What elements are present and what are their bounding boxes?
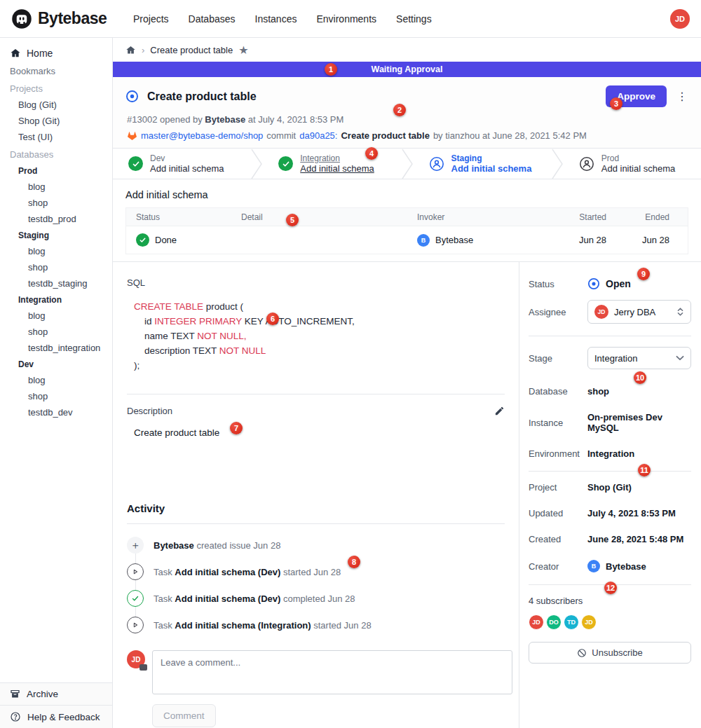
assignee-value: Jerry DBA [614, 307, 671, 317]
sidebar-env-staging: Staging [0, 227, 112, 243]
sidebar-item-bookmarks[interactable]: Bookmarks [0, 63, 112, 79]
sidebar-item-archive[interactable]: Archive [0, 682, 112, 705]
sidebar-project-test[interactable]: Test (UI) [0, 129, 112, 145]
sidebar-db-dev-shop[interactable]: shop [0, 388, 112, 404]
nav-environments[interactable]: Environments [316, 13, 376, 25]
stage-dev[interactable]: Dev Add initial schema [113, 149, 250, 179]
unsubscribe-button[interactable]: Unsubscribe [529, 642, 691, 664]
stage-chevron-icon [250, 149, 263, 179]
stage-staging[interactable]: Staging Add initial schema [414, 149, 551, 179]
chevron-down-icon [676, 355, 684, 361]
task-table-row[interactable]: Done B Bytebase Jun 28 Jun 28 [126, 226, 688, 254]
creator-avatar: B [587, 560, 600, 572]
sidebar-db-prod-testdb[interactable]: testdb_prod [0, 211, 112, 227]
breadcrumb-home-icon[interactable] [125, 45, 136, 55]
assignee-select[interactable]: JD Jerry DBA [587, 300, 691, 324]
subscriber-avatar[interactable]: DO [546, 614, 562, 630]
project-value[interactable]: Shop (Git) [587, 482, 632, 493]
annotation-badge-12: 12 [604, 582, 617, 594]
stage-select[interactable]: Integration [587, 347, 691, 369]
activity-feed: ＋ Bytebase created issue Jun 28 Task Add… [127, 537, 505, 643]
stage-pending-icon [579, 156, 594, 172]
edit-description-icon[interactable] [494, 406, 505, 416]
sidebar-header-databases: Databases [0, 145, 112, 163]
task-heading: Add initial schema [125, 189, 688, 200]
sidebar-db-dev-blog[interactable]: blog [0, 372, 112, 388]
main-area: › Create product table ★ Waiting Approva… [113, 38, 701, 728]
task-started-icon [127, 617, 144, 633]
sidebar-db-prod-blog[interactable]: blog [0, 179, 112, 195]
stage-label: Stage [529, 353, 587, 364]
stage-prod[interactable]: Prod Add initial schema [564, 149, 701, 179]
description-content: Create product table [134, 427, 505, 438]
issue-body: SQL CREATE TABLE product ( id INTEGER PR… [113, 262, 519, 728]
sidebar-project-blog[interactable]: Blog (Git) [0, 97, 112, 113]
commit-hash-link[interactable]: da90a25: [299, 130, 337, 141]
environment-label: Environment [529, 448, 587, 459]
sidebar-item-help[interactable]: Help & Feedback [0, 705, 112, 728]
sidebar-db-staging-shop[interactable]: shop [0, 259, 112, 275]
issue-open-icon [125, 90, 139, 103]
sidebar-item-home[interactable]: Home [0, 43, 112, 63]
instance-label: Instance [529, 418, 587, 428]
stage-value: Integration [594, 353, 670, 364]
left-sidebar: Home Bookmarks Projects Blog (Git) Shop … [0, 38, 113, 728]
sidebar-db-integration-testdb[interactable]: testdb_integration [0, 340, 112, 356]
detail-sidebar: Status Open Assignee JD Jerry DBA [519, 262, 701, 728]
creator-value: Bytebase [606, 561, 646, 572]
activity-item: ＋ Bytebase created issue Jun 28 [127, 537, 505, 563]
stage-integration[interactable]: Integration Add initial schema [263, 149, 400, 179]
database-label: Database [529, 386, 587, 397]
sql-label: SQL [127, 277, 505, 288]
task-table: Status Detail Invoker Started Ended Done [125, 207, 688, 254]
subscriber-avatar[interactable]: JD [581, 614, 597, 630]
stage-done-icon [128, 156, 143, 171]
sidebar-db-integration-blog[interactable]: blog [0, 308, 112, 324]
sidebar-db-dev-testdb[interactable]: testdb_dev [0, 404, 112, 420]
nav-databases[interactable]: Databases [189, 13, 236, 25]
gitlab-icon [127, 131, 137, 141]
comment-button[interactable]: Comment [152, 704, 216, 727]
sidebar-project-shop[interactable]: Shop (Git) [0, 113, 112, 129]
breadcrumb-title[interactable]: Create product table [150, 45, 233, 55]
breadcrumb-separator: › [142, 45, 144, 55]
invoker-avatar: B [417, 234, 430, 247]
sidebar-db-prod-shop[interactable]: shop [0, 195, 112, 211]
annotation-badge-5: 5 [286, 214, 299, 226]
nav-projects[interactable]: Projects [133, 13, 169, 25]
bookmark-star-icon[interactable]: ★ [238, 43, 248, 57]
creator-label: Creator [529, 561, 587, 572]
kebab-menu-icon[interactable]: ⋮ [676, 90, 688, 103]
sidebar-db-staging-blog[interactable]: blog [0, 243, 112, 259]
subscriber-avatar[interactable]: JD [529, 614, 544, 630]
activity-heading: Activity [127, 502, 505, 524]
user-avatar[interactable]: JD [670, 9, 690, 29]
status-open-icon [587, 277, 600, 290]
created-value: June 28, 2021 5:48 PM [587, 534, 683, 544]
environment-value[interactable]: Integration [587, 448, 634, 459]
sidebar-db-staging-testdb[interactable]: testdb_staging [0, 275, 112, 291]
annotation-badge-10: 10 [634, 371, 646, 384]
brand-name: Bytebase [38, 9, 107, 28]
brand[interactable]: Bytebase [11, 8, 123, 29]
commit-branch-link[interactable]: master@bytebase-demo/shop [141, 130, 263, 141]
updated-value: July 4, 2021 8:53 PM [587, 508, 676, 518]
database-value[interactable]: shop [587, 386, 609, 397]
comment-input[interactable] [152, 650, 512, 694]
instance-value[interactable]: On-premises Dev MySQL [587, 412, 691, 433]
nav-settings[interactable]: Settings [396, 13, 432, 25]
archive-icon [10, 689, 20, 699]
subscriber-avatar[interactable]: TD [564, 614, 579, 630]
status-done-icon [136, 233, 149, 247]
stage-chevron-icon [551, 149, 564, 179]
annotation-badge-2: 2 [393, 104, 406, 116]
task-completed-icon [127, 590, 144, 607]
sidebar-db-integration-shop[interactable]: shop [0, 324, 112, 340]
annotation-badge-1: 1 [325, 63, 337, 76]
home-icon [10, 48, 21, 59]
annotation-badge-7: 7 [230, 422, 243, 434]
nav-instances[interactable]: Instances [255, 13, 297, 25]
bytebase-app: Bytebase Projects Databases Instances En… [0, 0, 701, 728]
project-label: Project [529, 482, 587, 493]
issue-title: Create product table [147, 90, 257, 103]
